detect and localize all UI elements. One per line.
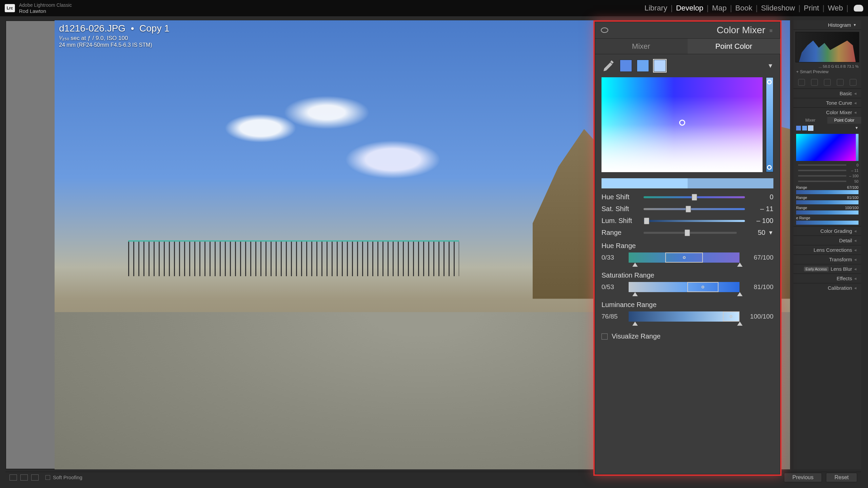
module-library[interactable]: Library bbox=[645, 4, 667, 13]
swatch-3[interactable] bbox=[654, 60, 666, 72]
exif-line: ¹⁄₂₅₀ sec at ƒ / 9.0, ISO 100 bbox=[59, 35, 170, 42]
mini-swatch-1[interactable] bbox=[796, 126, 801, 130]
luminance-range-handle-left[interactable] bbox=[632, 322, 638, 326]
hue-range-selection[interactable] bbox=[665, 252, 703, 263]
section-tone-curve[interactable]: Tone Curve◀ bbox=[793, 98, 861, 107]
visualize-range-checkbox[interactable] bbox=[601, 333, 608, 340]
filename: d1216-026.JPG bbox=[59, 23, 125, 34]
mini-range-0[interactable]: Range 67/100 bbox=[796, 185, 859, 194]
saturation-range-title: Saturation Range bbox=[595, 268, 780, 281]
hue-range-handle-left[interactable] bbox=[632, 263, 638, 267]
mini-color-field[interactable] bbox=[796, 134, 859, 161]
luminance-range-handle-right[interactable] bbox=[737, 322, 743, 326]
swatch-1[interactable] bbox=[620, 60, 632, 72]
slider-track[interactable] bbox=[644, 208, 745, 210]
view-mode-loupe-icon[interactable] bbox=[9, 474, 17, 481]
heal-tool-icon[interactable] bbox=[811, 79, 818, 86]
panel-title: Color Mixer bbox=[717, 25, 765, 36]
view-mode-before-after-icon[interactable] bbox=[20, 474, 28, 481]
module-slideshow[interactable]: Slideshow bbox=[761, 4, 795, 13]
mask-tool-icon[interactable] bbox=[824, 79, 831, 86]
saturation-range-selection[interactable] bbox=[687, 282, 718, 292]
image-metadata-overlay: d1216-026.JPG • Copy 1 ¹⁄₂₅₀ sec at ƒ / … bbox=[59, 23, 170, 48]
range-disclosure-icon[interactable]: ▼ bbox=[768, 230, 773, 236]
section-calibration[interactable]: Calibration◀ bbox=[793, 283, 861, 292]
swatch-disclosure-icon[interactable]: ▼ bbox=[767, 62, 773, 69]
mini-shift-1[interactable]: – 11 bbox=[793, 168, 861, 173]
luminance-top-handle[interactable] bbox=[767, 80, 772, 84]
range-track[interactable] bbox=[644, 232, 737, 234]
app-logo: Lrc bbox=[5, 4, 15, 12]
soft-proofing-checkbox[interactable] bbox=[45, 475, 50, 480]
module-map[interactable]: Map bbox=[712, 4, 727, 13]
tab-point-color[interactable]: Point Color bbox=[688, 39, 781, 54]
panel-menu-icon[interactable]: ≡ bbox=[769, 28, 774, 33]
swatch-2[interactable] bbox=[637, 60, 649, 72]
section-effects[interactable]: Effects◀ bbox=[793, 273, 861, 283]
saturation-range-bar[interactable] bbox=[629, 282, 739, 292]
luminance-range-bar[interactable] bbox=[629, 311, 739, 322]
module-print[interactable]: Print bbox=[804, 4, 819, 13]
color-field[interactable] bbox=[601, 77, 773, 172]
mini-range-1[interactable]: Range 81/100 bbox=[796, 196, 859, 204]
histogram[interactable] bbox=[795, 32, 859, 62]
hue-range-handle-right[interactable] bbox=[737, 263, 743, 267]
mini-mixer-tabs: Mixer Point Color bbox=[793, 117, 861, 124]
mini-tab-pointcolor[interactable]: Point Color bbox=[827, 117, 861, 124]
redeye-tool-icon[interactable] bbox=[837, 79, 844, 86]
slider-thumb[interactable] bbox=[686, 206, 691, 212]
eyedropper-icon[interactable] bbox=[601, 59, 615, 73]
section-detail[interactable]: Detail◀ bbox=[793, 236, 861, 245]
hue-range-title: Hue Range bbox=[595, 239, 780, 251]
mini-swatch-2[interactable] bbox=[802, 126, 807, 130]
saturation-range-handle-right[interactable] bbox=[737, 292, 743, 296]
module-develop[interactable]: Develop bbox=[676, 4, 704, 13]
slider-track[interactable] bbox=[644, 196, 745, 198]
mini-disclosure-icon[interactable]: ▼ bbox=[855, 126, 859, 130]
previous-button[interactable]: Previous bbox=[784, 473, 822, 482]
section-lens-blur[interactable]: Early AccessLens Blur◀ bbox=[793, 264, 861, 273]
slider-track[interactable] bbox=[644, 220, 745, 222]
slider-hue-shift: Hue Shift0 bbox=[595, 191, 780, 203]
module-book[interactable]: Book bbox=[735, 4, 752, 13]
color-field-picker[interactable] bbox=[679, 120, 685, 126]
section-color-mixer[interactable]: Color Mixer◀ bbox=[793, 107, 861, 117]
panel-tabs: Mixer Point Color bbox=[595, 39, 780, 54]
section-color-grading[interactable]: Color Grading◀ bbox=[793, 226, 861, 236]
visualize-range-row[interactable]: Visualize Range bbox=[595, 327, 780, 346]
soft-proofing-toggle[interactable]: Soft Proofing bbox=[45, 474, 82, 480]
saturation-range-handle-left[interactable] bbox=[632, 292, 638, 296]
mini-swatch-3[interactable] bbox=[808, 126, 813, 130]
hue-range-bar[interactable] bbox=[629, 252, 739, 263]
view-mode-split-icon[interactable] bbox=[31, 474, 39, 481]
cloud-sync-icon[interactable] bbox=[854, 5, 863, 12]
mini-shift-2[interactable]: – 100 bbox=[793, 173, 861, 179]
settings-tool-icon[interactable] bbox=[850, 79, 856, 86]
mini-range-3[interactable]: e Range bbox=[796, 216, 859, 225]
histogram-header[interactable]: Histogram▼ bbox=[793, 20, 861, 30]
user-name: Rod Lawton bbox=[19, 8, 72, 14]
mini-shift-3[interactable]: 50 bbox=[793, 179, 861, 184]
tab-mixer[interactable]: Mixer bbox=[595, 39, 688, 54]
range-thumb[interactable] bbox=[685, 229, 690, 236]
slider-thumb[interactable] bbox=[644, 218, 649, 224]
reset-button[interactable]: Reset bbox=[826, 473, 857, 482]
luminance-strip[interactable] bbox=[766, 77, 773, 172]
hue-range: 0/3367/100 bbox=[601, 252, 773, 267]
luminance-range-selection[interactable] bbox=[723, 311, 739, 322]
section-basic[interactable]: Basic◀ bbox=[793, 88, 861, 98]
saturation-range: 0/5381/100 bbox=[601, 282, 773, 296]
mini-shift-0[interactable]: 0 bbox=[793, 162, 861, 168]
smart-preview-indicator[interactable]: + Smart Preview bbox=[793, 68, 861, 76]
crop-tool-icon[interactable] bbox=[798, 79, 805, 86]
mini-range-2[interactable]: Range 100/100 bbox=[796, 206, 859, 215]
slider-sat-shift: Sat. Shift– 11 bbox=[595, 203, 780, 215]
section-lens-corrections[interactable]: Lens Corrections◀ bbox=[793, 245, 861, 255]
virtual-copy-label: Copy 1 bbox=[139, 23, 170, 34]
panel-visibility-eye-icon[interactable] bbox=[601, 27, 608, 33]
luminance-bottom-handle[interactable] bbox=[767, 165, 772, 170]
slider-thumb[interactable] bbox=[692, 194, 697, 201]
module-web[interactable]: Web bbox=[828, 4, 843, 13]
mini-tab-mixer[interactable]: Mixer bbox=[793, 117, 827, 124]
section-transform[interactable]: Transform◀ bbox=[793, 255, 861, 264]
